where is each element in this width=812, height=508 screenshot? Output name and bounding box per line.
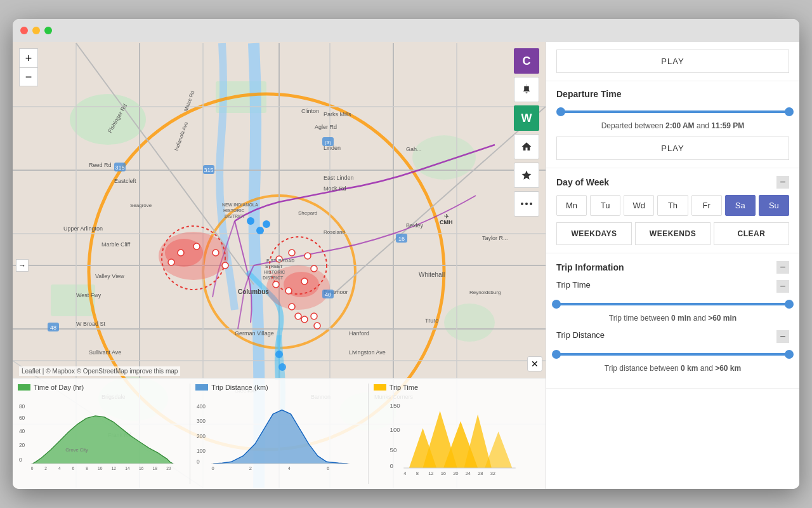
svg-text:16: 16 xyxy=(139,466,144,471)
svg-text:NEW INDIANOLA: NEW INDIANOLA xyxy=(222,203,258,207)
svg-text:DISTRICT: DISTRICT xyxy=(225,214,246,218)
svg-point-48 xyxy=(311,313,317,319)
expand-arrow[interactable]: → xyxy=(16,259,29,272)
avatar-c-button[interactable]: C xyxy=(514,48,539,74)
departure-time-thumb-left[interactable] xyxy=(556,107,565,116)
svg-text:12: 12 xyxy=(428,471,433,476)
svg-text:50: 50 xyxy=(390,446,396,453)
departure-time-section: Departure Time Departed between 2:00 AM … xyxy=(546,81,799,168)
svg-text:4: 4 xyxy=(288,465,291,471)
zoom-out-button[interactable]: − xyxy=(19,67,38,86)
svg-point-53 xyxy=(275,351,283,358)
main-window: Reed Rd Fishinger Rd Indianola Ave Parks… xyxy=(13,19,799,489)
svg-point-34 xyxy=(178,250,184,256)
trip-time-thumb-right[interactable] xyxy=(785,300,794,309)
svg-text:Gah...: Gah... xyxy=(406,146,422,152)
svg-text:16: 16 xyxy=(440,471,445,476)
top-play-button[interactable]: PLAY xyxy=(556,50,789,73)
day-su[interactable]: Su xyxy=(759,195,789,216)
more-button[interactable] xyxy=(514,191,539,217)
chart-close-button[interactable]: ✕ xyxy=(527,356,542,371)
trip-time-slider[interactable] xyxy=(556,298,789,311)
close-button[interactable] xyxy=(20,27,28,34)
weekends-button[interactable]: WEEKENDS xyxy=(635,222,710,245)
svg-text:HISTORIC: HISTORIC xyxy=(223,208,244,213)
trip-time-thumb-left[interactable] xyxy=(552,300,561,309)
day-of-week-collapse-button[interactable]: − xyxy=(776,176,789,189)
svg-text:Mock Rd: Mock Rd xyxy=(324,185,346,192)
day-fr[interactable]: Fr xyxy=(691,195,722,216)
trip-distance-collapse-button[interactable]: − xyxy=(776,330,789,343)
svg-text:4: 4 xyxy=(58,466,61,471)
avatar-w-button[interactable]: W xyxy=(514,105,539,131)
weekdays-button[interactable]: WEEKDAYS xyxy=(556,222,632,245)
svg-text:2: 2 xyxy=(249,465,252,471)
day-sa[interactable]: Sa xyxy=(725,195,756,216)
svg-text:Taylor R...: Taylor R... xyxy=(482,235,508,241)
svg-point-45 xyxy=(289,304,295,310)
day-mn[interactable]: Mn xyxy=(556,195,587,216)
trip-time-chart: Trip Time 150 100 50 0 xyxy=(369,378,546,489)
trip-time-subsection: Trip Time − Trip time between 0 min xyxy=(556,280,789,323)
svg-text:0: 0 xyxy=(390,462,393,469)
pin-button[interactable] xyxy=(514,77,539,102)
svg-text:Shepard: Shepard xyxy=(298,210,317,216)
departure-play-button[interactable]: PLAY xyxy=(556,137,789,160)
svg-point-4 xyxy=(444,304,495,342)
day-of-week-grid: Mn Tu Wd Th Fr Sa Su xyxy=(556,195,789,216)
departure-time-description: Departed between 2:00 AM and 11:59 PM xyxy=(556,121,789,130)
day-of-week-actions: WEEKDAYS WEEKENDS CLEAR xyxy=(556,222,789,245)
trip-time-track xyxy=(556,303,789,305)
star-button[interactable] xyxy=(514,163,539,188)
svg-text:Parks Mills: Parks Mills xyxy=(324,111,351,117)
svg-point-33 xyxy=(168,259,174,265)
svg-text:2: 2 xyxy=(44,466,47,471)
svg-text:W Broad St: W Broad St xyxy=(76,321,106,327)
svg-text:Columbus: Columbus xyxy=(238,288,269,295)
day-tu[interactable]: Tu xyxy=(590,195,620,216)
clear-button[interactable]: CLEAR xyxy=(714,222,789,245)
day-th[interactable]: Th xyxy=(657,195,688,216)
svg-text:West Fwy: West Fwy xyxy=(76,292,102,298)
map-toolbar: C W xyxy=(514,48,539,217)
trip-distance-thumb-left[interactable] xyxy=(552,350,561,359)
home-icon xyxy=(521,141,532,152)
svg-point-43 xyxy=(285,288,292,294)
time-of-day-chart: Time of Day (hr) 80 60 40 20 0 xyxy=(13,378,190,489)
svg-point-41 xyxy=(311,265,317,272)
svg-text:Roseland: Roseland xyxy=(324,229,345,235)
svg-text:20: 20 xyxy=(453,471,458,476)
trip-info-collapse-button[interactable]: − xyxy=(776,261,789,274)
svg-marker-150 xyxy=(464,415,491,469)
more-icon xyxy=(521,203,532,205)
trip-time-svg: 150 100 50 0 4 8 12 xyxy=(374,394,540,476)
star-icon xyxy=(521,170,532,181)
trip-information-section: Trip Information − Trip Time − xyxy=(546,253,799,389)
trip-time-fill xyxy=(556,303,789,305)
trip-distance-thumb-right[interactable] xyxy=(785,350,794,359)
svg-text:28: 28 xyxy=(478,471,483,476)
svg-point-44 xyxy=(273,281,279,288)
minimize-button[interactable] xyxy=(32,27,40,34)
trip-distance-slider[interactable] xyxy=(556,348,789,361)
svg-point-112 xyxy=(521,203,523,205)
svg-point-46 xyxy=(295,313,301,319)
trip-distance-svg: 400 300 200 100 0 0 2 4 6 xyxy=(195,394,362,476)
day-wd[interactable]: Wd xyxy=(624,195,654,216)
svg-text:300: 300 xyxy=(197,418,206,424)
trip-distance-label: Trip Distance (km) xyxy=(195,384,362,391)
svg-text:Grove City: Grove City xyxy=(65,447,88,453)
svg-text:10: 10 xyxy=(98,466,103,471)
maximize-button[interactable] xyxy=(44,27,52,34)
departure-time-thumb-right[interactable] xyxy=(785,107,794,116)
svg-point-54 xyxy=(278,363,286,371)
home-button[interactable] xyxy=(514,134,539,159)
zoom-in-button[interactable]: + xyxy=(19,48,38,67)
departure-time-slider[interactable] xyxy=(556,105,789,118)
svg-text:200: 200 xyxy=(197,433,206,439)
trip-distance-fill xyxy=(556,353,789,356)
top-play-section: PLAY xyxy=(546,42,799,81)
trip-time-collapse-button[interactable]: − xyxy=(776,280,789,293)
svg-text:Sullivant Ave: Sullivant Ave xyxy=(89,349,121,356)
svg-text:Marble Cliff: Marble Cliff xyxy=(102,241,131,248)
